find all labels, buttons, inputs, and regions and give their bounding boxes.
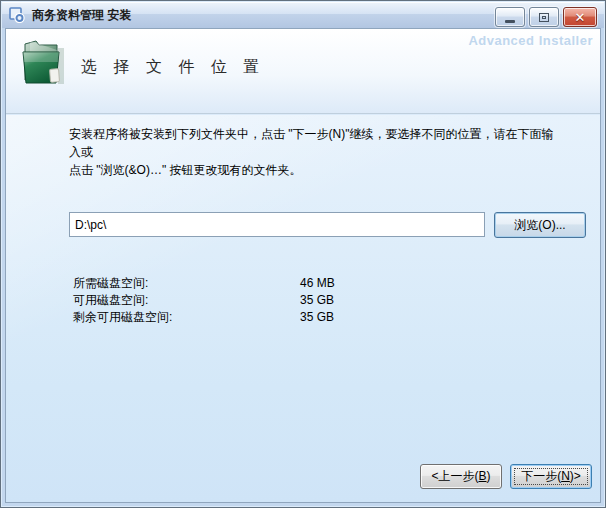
close-button[interactable]: ✕ [563,7,597,27]
disk-required-row: 所需磁盘空间: 46 MB [73,275,413,292]
back-button-label: <上一步(B) [431,468,490,485]
caption-buttons: ✕ [495,7,597,27]
disk-remaining-label: 剩余可用磁盘空间: [73,309,300,326]
header-banner: 选 择 文 件 位 置 Advanced Installer [5,29,601,114]
maximize-icon [539,13,549,22]
instruction-text: 安装程序将被安装到下列文件夹中，点击 "下一步(N)"继续，要选择不同的位置，请… [69,125,555,179]
minimize-button[interactable] [495,7,525,27]
disk-required-value: 46 MB [300,275,335,292]
next-button[interactable]: 下一步(N)> [510,464,592,489]
browse-button[interactable]: 浏览(O)... [494,212,586,238]
titlebar[interactable]: 商务资料管理 安装 ✕ [2,2,604,29]
disk-required-label: 所需磁盘空间: [73,275,300,292]
instruction-line-1: 安装程序将被安装到下列文件夹中，点击 "下一步(N)"继续，要选择不同的位置，请… [69,125,555,161]
close-icon: ✕ [575,11,586,24]
dialog-body: 安装程序将被安装到下列文件夹中，点击 "下一步(N)"继续，要选择不同的位置，请… [5,115,601,503]
install-path-input[interactable] [69,212,485,237]
app-package-icon [9,7,26,23]
instruction-line-2: 点击 "浏览(&O)…" 按钮更改现有的文件夹。 [69,161,555,179]
disk-remaining-value: 35 GB [300,309,334,326]
path-row: 浏览(O)... [69,212,579,239]
disk-available-row: 可用磁盘空间: 35 GB [73,292,413,309]
page-title: 选 择 文 件 位 置 [81,57,265,78]
folder-icon [18,36,68,88]
disk-available-value: 35 GB [300,292,334,309]
disk-remaining-row: 剩余可用磁盘空间: 35 GB [73,309,413,326]
advanced-installer-watermark: Advanced Installer [468,33,593,48]
maximize-button[interactable] [529,7,559,27]
next-button-label: 下一步(N)> [521,468,581,485]
disk-space-info: 所需磁盘空间: 46 MB 可用磁盘空间: 35 GB 剩余可用磁盘空间: 35… [73,275,413,326]
back-button[interactable]: <上一步(B) [420,464,502,489]
window-title: 商务资料管理 安装 [32,7,131,24]
disk-available-label: 可用磁盘空间: [73,292,300,309]
minimize-icon [505,20,515,23]
installer-window: 商务资料管理 安装 ✕ [0,0,606,508]
